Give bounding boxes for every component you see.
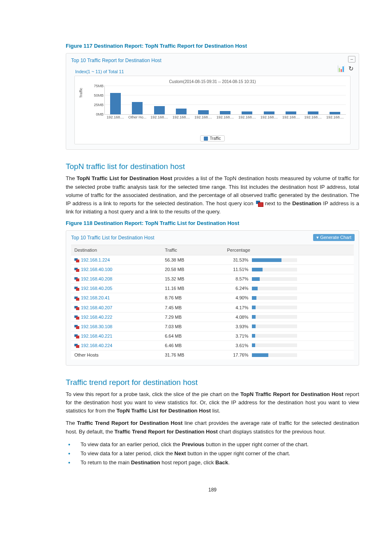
cell-traffic: 56.38 MB <box>161 255 224 265</box>
y-tick: 25MB <box>90 103 104 107</box>
ip-link[interactable]: 192.168.40.222 <box>81 315 112 320</box>
percentage-bar <box>252 277 260 281</box>
bar[interactable] <box>220 111 231 114</box>
bar[interactable] <box>308 111 318 114</box>
legend-item[interactable]: Traffic <box>200 135 224 141</box>
ip-link[interactable]: 192.168.30.108 <box>81 324 112 329</box>
cell-destination: 192.168.40.205 <box>71 284 161 293</box>
bar-column[interactable] <box>236 111 258 114</box>
percentage-text: 4.17% <box>227 305 252 310</box>
bar-column[interactable] <box>170 109 192 114</box>
host-query-icon[interactable] <box>74 306 79 310</box>
percentage-bar-bg <box>252 315 297 319</box>
table-row: 192.168.40.2077.45 MB4.17% <box>71 303 354 312</box>
index-link[interactable]: Index(1 ~ 11) of Total 11 <box>75 69 355 74</box>
list-panel-title: Top 10 Traffic List for Destination Host <box>71 235 354 241</box>
cell-percentage: 31.53% <box>224 255 354 265</box>
host-query-icon[interactable] <box>74 277 79 281</box>
y-tick: 75MB <box>90 84 104 88</box>
bar-column[interactable] <box>280 111 302 114</box>
cell-percentage: 4.08% <box>224 312 354 322</box>
cell-destination: 192.168.40.208 <box>71 274 161 284</box>
x-tick-label: 192.168.... <box>324 115 346 119</box>
percentage-bar-bg <box>252 258 297 262</box>
percentage-bar-bg <box>252 287 297 290</box>
bar-column[interactable] <box>302 111 324 114</box>
cell-traffic: 6.64 MB <box>161 331 224 341</box>
percentage-bar-bg <box>252 306 297 309</box>
section2-paragraph-2: The Traffic Trend Report for Destination… <box>66 419 359 436</box>
table-row: 192.168.40.20511.16 MB6.24% <box>71 284 354 293</box>
bar[interactable] <box>154 106 165 114</box>
cell-destination: 192.168.40.207 <box>71 303 161 312</box>
ip-link[interactable]: 192.168.40.205 <box>81 286 112 291</box>
table-row: 192.168.40.20815.32 MB8.57% <box>71 274 354 284</box>
table-row: 192.168.40.2216.64 MB3.71% <box>71 331 354 341</box>
chart-area: Custom(2014-08-15 09:31 -- 2014-08-15 10… <box>74 76 350 144</box>
cell-percentage: 8.57% <box>224 274 354 284</box>
percentage-bar <box>252 287 258 290</box>
ip-link[interactable]: 192.168.1.224 <box>81 257 110 262</box>
bar[interactable] <box>242 111 252 114</box>
bar-chart-icon[interactable]: 📊 <box>337 65 345 72</box>
bar-column[interactable] <box>324 112 346 114</box>
percentage-bar-bg <box>252 334 297 338</box>
cell-destination: 192.168.40.224 <box>71 341 161 350</box>
percentage-bar <box>252 343 255 347</box>
ip-link[interactable]: 192.168.40.100 <box>81 267 112 272</box>
host-query-icon[interactable] <box>74 258 79 262</box>
ip-link[interactable]: 192.168.40.208 <box>81 276 112 281</box>
bar[interactable] <box>132 102 143 114</box>
ip-link[interactable]: 192.168.20.41 <box>81 295 110 300</box>
cell-traffic: 15.32 MB <box>161 274 224 284</box>
bar-column[interactable] <box>104 93 126 114</box>
x-labels: 192.168....Other Ho...192.168....192.168… <box>104 115 346 119</box>
bar[interactable] <box>198 110 209 114</box>
cell-percentage: 6.24% <box>224 284 354 293</box>
table-header-row: Destination Traffic Percentage <box>71 245 354 255</box>
ip-link[interactable]: 192.168.40.224 <box>81 343 112 348</box>
refresh-icon[interactable]: ↻ <box>348 65 354 72</box>
cell-traffic: 20.58 MB <box>161 265 224 274</box>
bar-column[interactable] <box>214 111 236 114</box>
host-query-icon[interactable] <box>74 344 79 348</box>
x-tick-label: 192.168.... <box>214 115 236 119</box>
x-tick-label: 192.168.... <box>192 115 214 119</box>
cell-percentage: 4.90% <box>224 293 354 303</box>
bar-column[interactable] <box>148 106 170 114</box>
col-traffic[interactable]: Traffic <box>161 245 224 255</box>
host-query-icon[interactable] <box>74 268 79 272</box>
chart-legend: Traffic <box>79 134 346 141</box>
percentage-text: 4.90% <box>227 295 252 300</box>
cell-percentage: 11.51% <box>224 265 354 274</box>
x-tick-label: 192.168.... <box>302 115 324 119</box>
table-row: 192.168.40.10020.58 MB11.51% <box>71 265 354 274</box>
table-row: 192.168.40.2246.46 MB3.61% <box>71 341 354 350</box>
bar-column[interactable] <box>192 110 214 114</box>
cell-destination: 192.168.20.41 <box>71 293 161 303</box>
host-query-icon[interactable] <box>74 325 79 329</box>
minimize-icon[interactable]: – <box>348 56 355 63</box>
percentage-bar <box>252 268 263 271</box>
bar[interactable] <box>110 93 121 114</box>
section1-paragraph: The TopN Traffic List for Destination Ho… <box>66 174 359 216</box>
table-row: 192.168.20.418.76 MB4.90% <box>71 293 354 303</box>
generate-chart-button[interactable]: ▾ Generate Chart <box>313 234 355 241</box>
bar[interactable] <box>286 111 296 114</box>
host-query-icon[interactable] <box>74 334 79 338</box>
col-destination[interactable]: Destination <box>71 245 161 255</box>
col-percentage[interactable]: Percentage <box>224 245 354 255</box>
host-query-icon[interactable] <box>74 315 79 320</box>
bar[interactable] <box>264 111 274 114</box>
cell-traffic: 11.16 MB <box>161 284 224 293</box>
ip-link[interactable]: 192.168.40.207 <box>81 305 112 310</box>
host-query-icon[interactable] <box>74 297 79 301</box>
bar-column[interactable] <box>258 111 280 114</box>
bar[interactable] <box>330 112 340 114</box>
bar-column[interactable] <box>126 102 148 114</box>
ip-link[interactable]: 192.168.40.221 <box>81 334 112 338</box>
cell-traffic: 7.03 MB <box>161 322 224 331</box>
bar[interactable] <box>176 109 187 114</box>
host-query-icon[interactable] <box>74 287 79 291</box>
table-row: Other Hosts31.76 MB17.76% <box>71 350 354 360</box>
